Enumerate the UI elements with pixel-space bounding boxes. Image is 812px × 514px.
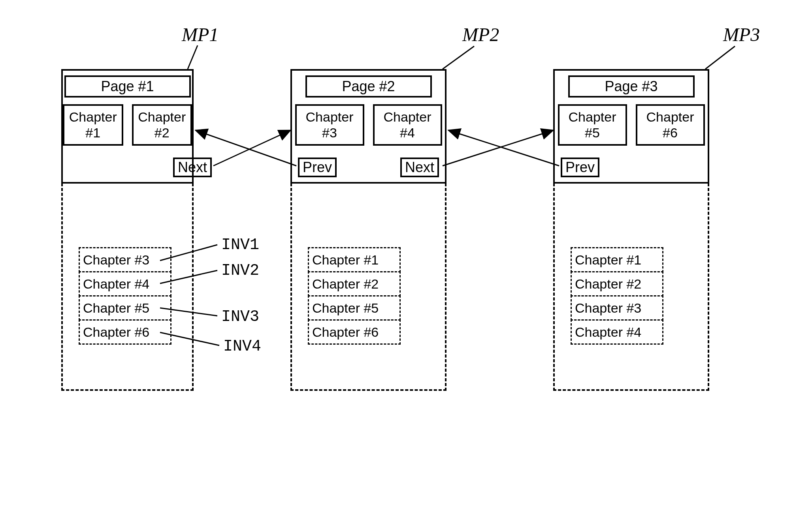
page-bottom-2: Chapter #1 Chapter #2 Chapter #5 Chapter… (292, 182, 445, 383)
chapter-4[interactable]: Chapter #4 (373, 104, 442, 146)
chapter-label: Chapter (384, 109, 431, 125)
page-mp1: Page #1 Chapter #1 Chapter #2 Next Chapt… (61, 69, 194, 391)
inv3-label: INV3 (221, 308, 259, 326)
hidden-stack-3: Chapter #1 Chapter #2 Chapter #3 Chapter… (571, 247, 663, 345)
inv4-label: INV4 (223, 338, 261, 355)
hidden-chapter: Chapter #4 (571, 319, 663, 345)
hidden-stack-1: Chapter #3 Chapter #4 Chapter #5 Chapter… (79, 247, 171, 345)
hidden-chapter: Chapter #2 (571, 271, 663, 296)
chapter-num: #1 (85, 125, 100, 141)
prev-button-2[interactable]: Prev (298, 158, 337, 177)
svg-line-3 (213, 130, 290, 166)
svg-line-6 (448, 130, 559, 166)
chapter-label: Chapter (69, 109, 117, 125)
hidden-stack-2: Chapter #1 Chapter #2 Chapter #5 Chapter… (308, 247, 401, 345)
page-top-1: Page #1 Chapter #1 Chapter #2 Next (61, 69, 194, 184)
chapters-row-1: Chapter #1 Chapter #2 (63, 104, 192, 146)
mp1-label: MP1 (182, 24, 219, 45)
chapter-label: Chapter (138, 109, 186, 125)
page-title-1: Page #1 (64, 75, 191, 98)
inv2-label: INV2 (221, 262, 259, 280)
page-top-3: Page #3 Chapter #5 Chapter #6 Prev (553, 69, 709, 184)
chapter-num: #2 (154, 125, 170, 141)
prev-button-3[interactable]: Prev (561, 158, 599, 177)
next-button-1[interactable]: Next (173, 158, 212, 177)
chapter-num: #6 (663, 125, 678, 141)
chapter-6[interactable]: Chapter #6 (636, 104, 705, 146)
chapter-5[interactable]: Chapter #5 (558, 104, 627, 146)
chapter-num: #4 (400, 125, 415, 141)
page-top-2: Page #2 Chapter #3 Chapter #4 Prev Next (290, 69, 447, 184)
page-mp3: Page #3 Chapter #5 Chapter #6 Prev Chapt… (553, 69, 709, 391)
svg-line-0 (188, 45, 198, 69)
chapter-num: #3 (322, 125, 337, 141)
hidden-chapter: Chapter #1 (571, 247, 663, 272)
hidden-chapter: Chapter #6 (308, 319, 401, 345)
next-button-2[interactable]: Next (400, 158, 439, 177)
inv1-label: INV1 (221, 236, 259, 254)
page-mp2: Page #2 Chapter #3 Chapter #4 Prev Next … (290, 69, 447, 391)
chapters-row-2: Chapter #3 Chapter #4 (292, 104, 445, 146)
chapter-num: #5 (585, 125, 600, 141)
hidden-chapter: Chapter #6 (79, 319, 171, 345)
page-bottom-3: Chapter #1 Chapter #2 Chapter #3 Chapter… (555, 182, 708, 383)
mp3-label: MP3 (723, 24, 760, 45)
hidden-chapter: Chapter #4 (79, 271, 171, 296)
hidden-chapter: Chapter #2 (308, 271, 401, 296)
page-title-2: Page #2 (305, 75, 432, 98)
hidden-chapter: Chapter #1 (308, 247, 401, 272)
page-bottom-1: Chapter #3 Chapter #4 Chapter #5 Chapter… (63, 182, 192, 383)
chapter-label: Chapter (646, 109, 694, 125)
chapter-3[interactable]: Chapter #3 (295, 104, 364, 146)
chapters-row-3: Chapter #5 Chapter #6 (555, 104, 708, 146)
chapter-label: Chapter (569, 109, 616, 125)
chapter-2[interactable]: Chapter #2 (132, 104, 192, 146)
hidden-chapter: Chapter #5 (308, 295, 401, 321)
hidden-chapter: Chapter #5 (79, 295, 171, 321)
hidden-chapter: Chapter #3 (79, 247, 171, 272)
svg-line-1 (443, 46, 474, 69)
mp2-label: MP2 (462, 24, 499, 45)
svg-line-2 (705, 46, 735, 69)
hidden-chapter: Chapter #3 (571, 295, 663, 321)
page-title-3: Page #3 (568, 75, 695, 98)
chapter-label: Chapter (306, 109, 354, 125)
chapter-1[interactable]: Chapter #1 (63, 104, 123, 146)
svg-line-5 (443, 130, 553, 166)
